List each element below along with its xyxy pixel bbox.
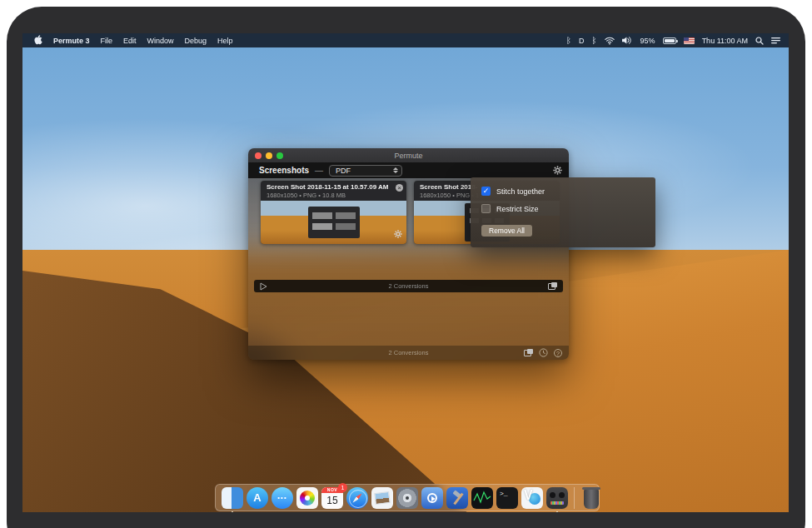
bluetooth-icon[interactable]: ᛒ — [566, 37, 571, 45]
dock-app-store-icon[interactable]: A — [246, 486, 269, 510]
window-toolbar: Screenshots — PDF — [248, 162, 569, 178]
menu-window[interactable]: Window — [147, 37, 174, 45]
window-title: Permute — [248, 152, 569, 160]
checkbox-unchecked-icon[interactable] — [481, 204, 491, 213]
laptop-frame: Permute 3 File Edit Window Debug Help ᛒ … — [0, 0, 812, 528]
d-app-menu-icon[interactable]: D — [579, 37, 585, 45]
remove-file-icon[interactable]: × — [396, 184, 403, 192]
spotlight-icon[interactable] — [755, 37, 764, 45]
file-title: Screen Shot 2018-11-15 at 10.57.09 AM — [267, 183, 393, 191]
desktop: Permute 3 File Edit Window Debug Help ᛒ … — [22, 33, 789, 512]
dock: A ••• NOV 15 1 >_ — [215, 484, 600, 511]
stitch-icon[interactable] — [524, 349, 533, 356]
option-label: Restrict Size — [496, 205, 539, 213]
dock-safari-icon[interactable] — [346, 486, 369, 510]
calendar-badge: 1 — [338, 483, 347, 492]
menu-debug[interactable]: Debug — [185, 37, 207, 45]
volume-icon[interactable] — [622, 37, 633, 44]
stitch-together-option[interactable]: ✓ Stitch together — [481, 187, 645, 196]
queue-count-label: 2 Conversions — [254, 282, 563, 290]
dock-preview-icon[interactable] — [371, 486, 394, 510]
wifi-icon[interactable] — [605, 37, 615, 45]
conversion-queue-bar: 2 Conversions — [254, 280, 563, 292]
file-card-1[interactable]: Screen Shot 2018-11-15 at 10.57.09 AM 16… — [261, 181, 406, 244]
calendar-day: 15 — [321, 493, 343, 508]
history-clock-icon[interactable] — [539, 346, 548, 361]
dock-messages-icon[interactable]: ••• — [271, 486, 294, 510]
popup-arrows-icon — [393, 167, 398, 173]
dock-downie-icon[interactable]: V — [521, 486, 544, 510]
restrict-size-option[interactable]: Restrict Size — [481, 204, 645, 213]
notification-center-icon[interactable] — [771, 37, 780, 44]
menu-bar: Permute 3 File Edit Window Debug Help ᛒ … — [22, 33, 789, 47]
checkbox-checked-icon[interactable]: ✓ — [481, 187, 491, 196]
bluetooth-icon-2[interactable]: ᛒ — [592, 37, 597, 45]
preset-label: Screenshots — [259, 166, 309, 175]
stitch-icon[interactable] — [548, 282, 557, 290]
help-icon[interactable]: ? — [554, 349, 562, 357]
menu-edit[interactable]: Edit — [123, 37, 137, 45]
settings-gear-button[interactable] — [553, 166, 562, 175]
input-source-flag-icon[interactable] — [684, 37, 695, 44]
option-label: Stitch together — [496, 187, 545, 196]
remove-all-button[interactable]: Remove All — [481, 225, 532, 237]
preset-separator: — — [315, 166, 323, 175]
dock-system-preferences-icon[interactable] — [396, 486, 419, 510]
battery-percent: 95% — [640, 37, 655, 45]
format-popup-button[interactable]: PDF — [329, 165, 402, 177]
settings-popover: ✓ Stitch together Restrict Size Remove A… — [471, 177, 655, 247]
dock-finder-icon[interactable] — [221, 486, 244, 510]
menubar-clock[interactable]: Thu 11:00 AM — [702, 37, 748, 45]
dock-photos-icon[interactable] — [296, 486, 319, 510]
menu-file[interactable]: File — [101, 37, 113, 45]
format-popup-value: PDF — [336, 167, 351, 175]
battery-icon[interactable] — [663, 37, 676, 44]
dock-terminal-icon[interactable]: >_ — [496, 486, 519, 510]
window-titlebar[interactable]: Permute — [248, 148, 569, 162]
apple-menu-icon[interactable] — [33, 34, 42, 47]
dock-separator — [574, 487, 575, 509]
file-settings-gear-icon[interactable] — [394, 227, 402, 242]
dock-trash-icon[interactable] — [580, 486, 603, 510]
dock-calendar-icon[interactable]: NOV 15 1 — [321, 486, 344, 510]
dock-permute-icon[interactable] — [545, 486, 569, 510]
active-app-menu[interactable]: Permute 3 — [53, 37, 90, 45]
dock-activity-monitor-icon[interactable] — [471, 486, 494, 510]
dock-quicktime-icon[interactable] — [421, 486, 444, 510]
menu-help[interactable]: Help — [217, 37, 233, 45]
statusbar-count-label: 2 Conversions — [248, 349, 569, 356]
window-statusbar: 2 Conversions ? — [248, 346, 569, 360]
dock-xcode-icon[interactable] — [446, 486, 469, 510]
file-thumbnail — [261, 201, 406, 244]
file-meta: 1680x1050 • PNG • 10.8 MB — [267, 192, 393, 199]
